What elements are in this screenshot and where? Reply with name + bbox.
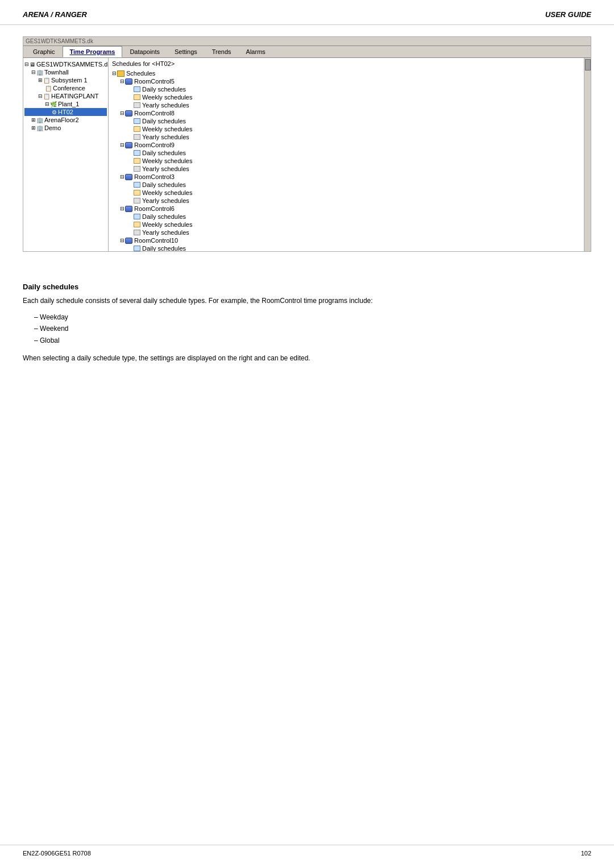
- expand-icon[interactable]: ⊟: [120, 238, 125, 243]
- weekly-icon: [134, 126, 140, 132]
- schedule-tree-item[interactable]: Daily schedules: [112, 213, 580, 221]
- expand-icon[interactable]: ⊟: [120, 142, 125, 148]
- schedule-item-label: RoomControl10: [134, 237, 178, 244]
- schedule-tree-item[interactable]: Daily schedules: [112, 117, 580, 125]
- tree-demo[interactable]: ⊞ 🏢 Demo: [24, 124, 107, 132]
- expand-icon[interactable]: ⊟: [112, 70, 117, 76]
- schedule-item-label: Daily schedules: [142, 118, 186, 124]
- schedule-item-label: Weekly schedules: [142, 126, 192, 132]
- schedules-tree: ⊟Schedules⊟RoomControl5Daily schedulesWe…: [112, 69, 580, 251]
- expand-demo[interactable]: ⊞: [31, 125, 36, 131]
- schedule-tree-item[interactable]: Weekly schedules: [112, 125, 580, 133]
- yearly-icon: [134, 134, 140, 140]
- daily-icon: [134, 118, 140, 124]
- scrollbar-thumb[interactable]: [585, 59, 591, 70]
- schedule-tree-item[interactable]: ⊟RoomControl5: [112, 77, 580, 85]
- weekly-icon: [134, 190, 140, 196]
- bullet-item-0: Weekday: [34, 312, 591, 323]
- tree-ht02[interactable]: ⚙ HT02: [24, 108, 107, 116]
- tab-settings[interactable]: Settings: [167, 46, 205, 57]
- schedule-tree-item[interactable]: ⊟RoomControl6: [112, 205, 580, 213]
- schedule-tree-item[interactable]: ⊟RoomControl8: [112, 109, 580, 117]
- schedule-tree-item[interactable]: ⊟RoomControl10: [112, 236, 580, 244]
- left-tree-panel[interactable]: ⊟ 🖥 GES1WDTKSAMMETS.dk ⊟ 🏢 Townhall ⊞ 📋 …: [23, 58, 109, 251]
- weekly-icon: [134, 222, 140, 227]
- room-icon: [125, 238, 132, 244]
- daily-icon: [134, 150, 140, 156]
- expand-townhall[interactable]: ⊟: [31, 69, 36, 75]
- schedule-item-label: Yearly schedules: [142, 134, 189, 140]
- tree-heatingplant[interactable]: ⊟ 📋 HEATINGPLANT: [24, 92, 107, 100]
- schedule-tree-item[interactable]: ⊟RoomControl3: [112, 173, 580, 181]
- schedule-tree-item[interactable]: ⊟RoomControl9: [112, 141, 580, 149]
- tree-root[interactable]: ⊟ 🖥 GES1WDTKSAMMETS.dk: [24, 60, 107, 68]
- schedules-header: Schedules for <HT02>: [112, 60, 580, 67]
- expand-icon[interactable]: ⊟: [120, 206, 125, 211]
- schedule-tree-item[interactable]: Yearly schedules: [112, 133, 580, 141]
- schedule-item-label: Schedules: [126, 70, 155, 77]
- paragraph2: When selecting a daily schedule type, th…: [23, 353, 591, 363]
- tree-subsystem1[interactable]: ⊞ 📋 Subsystem 1: [24, 76, 107, 84]
- schedule-tree-item[interactable]: Weekly schedules: [112, 221, 580, 229]
- footer-left: EN2Z-0906GE51 R0708: [23, 850, 91, 857]
- tree-arenafloor2[interactable]: ⊞ 🏢 ArenaFloor2: [24, 116, 107, 124]
- schedule-tree-item[interactable]: Yearly schedules: [112, 197, 580, 205]
- expand-heatingplant[interactable]: ⊟: [38, 93, 43, 99]
- schedule-item-label: RoomControl6: [134, 205, 175, 212]
- expand-icon[interactable]: ⊟: [120, 78, 125, 84]
- room-icon: [125, 206, 132, 212]
- room-icon: [125, 78, 132, 85]
- tab-graphic[interactable]: Graphic: [26, 46, 63, 57]
- schedule-item-label: Yearly schedules: [142, 229, 189, 236]
- schedule-tree-item[interactable]: Yearly schedules: [112, 165, 580, 173]
- tree-townhall[interactable]: ⊟ 🏢 Townhall: [24, 68, 107, 76]
- bullet-item-2: Global: [34, 335, 591, 346]
- schedule-tree-item[interactable]: Yearly schedules: [112, 101, 580, 109]
- daily-icon: [134, 246, 140, 251]
- yearly-icon: [134, 198, 140, 203]
- room-icon: [125, 174, 132, 180]
- room-icon: [125, 110, 132, 117]
- room-icon: [125, 142, 132, 148]
- tab-bar: Graphic Time Programs Datapoints Setting…: [23, 46, 591, 58]
- schedule-item-label: Yearly schedules: [142, 165, 189, 172]
- schedule-tree-item[interactable]: Daily schedules: [112, 149, 580, 157]
- app-title-label: GES1WDTKSAMMETS.dk: [26, 38, 93, 44]
- expand-arenafloor2[interactable]: ⊞: [31, 117, 36, 123]
- expand-icon[interactable]: ⊟: [120, 174, 125, 180]
- schedule-tree-item[interactable]: Daily schedules: [112, 85, 580, 93]
- expand-subsystem1[interactable]: ⊞: [38, 77, 43, 83]
- weekly-icon: [134, 158, 140, 164]
- schedule-item-label: RoomControl9: [134, 142, 175, 148]
- schedule-tree-item[interactable]: Daily schedules: [112, 244, 580, 251]
- daily-icon: [134, 182, 140, 188]
- tab-time-programs[interactable]: Time Programs: [63, 46, 123, 57]
- yearly-icon: [134, 230, 140, 235]
- schedule-tree-item[interactable]: Yearly schedules: [112, 229, 580, 236]
- tree-conference[interactable]: 📋 Conference: [24, 84, 107, 92]
- schedule-tree-item[interactable]: Daily schedules: [112, 181, 580, 189]
- expand-root[interactable]: ⊟: [24, 61, 29, 67]
- schedule-item-label: Weekly schedules: [142, 189, 192, 196]
- tab-datapoints[interactable]: Datapoints: [122, 46, 167, 57]
- expand-plant1[interactable]: ⊟: [45, 101, 49, 107]
- schedule-item-label: Daily schedules: [142, 86, 186, 93]
- expand-icon[interactable]: ⊟: [120, 110, 125, 116]
- main-content: GES1WDTKSAMMETS.dk Graphic Time Programs…: [0, 25, 614, 277]
- footer-right: 102: [581, 850, 591, 857]
- schedule-tree-item[interactable]: Weekly schedules: [112, 189, 580, 197]
- tab-trends[interactable]: Trends: [205, 46, 239, 57]
- tree-plant1[interactable]: ⊟ 🌿 Plant_1: [24, 100, 107, 108]
- schedules-panel[interactable]: Schedules for <HT02> ⊟Schedules⊟RoomCont…: [109, 58, 584, 251]
- bullet-item-1: Weekend: [34, 323, 591, 334]
- tab-alarms[interactable]: Alarms: [239, 46, 273, 57]
- schedule-item-label: Daily schedules: [142, 181, 186, 188]
- daily-icon: [134, 86, 140, 92]
- schedule-tree-item[interactable]: Weekly schedules: [112, 93, 580, 101]
- schedule-tree-item[interactable]: ⊟Schedules: [112, 69, 580, 77]
- schedule-tree-item[interactable]: Weekly schedules: [112, 157, 580, 165]
- yearly-icon: [134, 102, 140, 108]
- content-section: Daily schedules Each daily schedule cons…: [0, 283, 614, 363]
- paragraph1: Each daily schedule consists of several …: [23, 296, 591, 306]
- scrollbar[interactable]: [584, 58, 591, 251]
